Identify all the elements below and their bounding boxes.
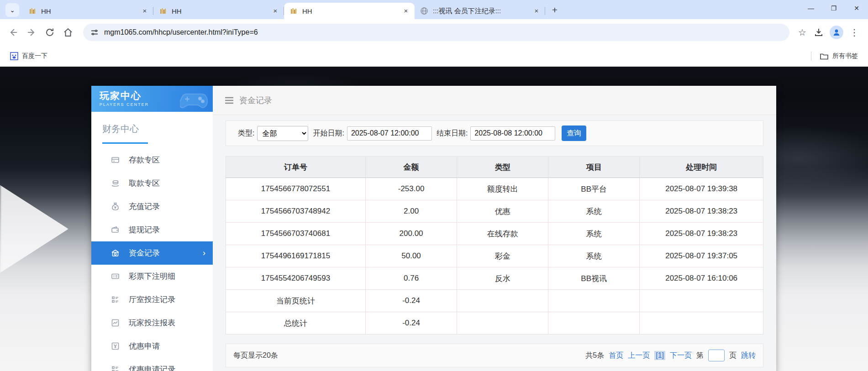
hamburger-icon[interactable] (225, 97, 234, 104)
gold-bars-favicon (159, 7, 167, 15)
sidebar-item-deposit-zone[interactable]: 存款专区 (91, 148, 213, 172)
tab-close-icon[interactable]: × (141, 7, 149, 15)
table-cell: -0.24 (366, 290, 457, 312)
start-date-label: 开始日期: (313, 129, 344, 138)
maximize-icon[interactable]: ❐ (822, 0, 845, 16)
sidebar-section-title: 财务中心 (91, 112, 213, 135)
close-window-icon[interactable]: ✕ (845, 0, 868, 16)
sidebar-item-player-bet-report[interactable]: 玩家投注报表 (91, 311, 213, 334)
sidebar-item-withdraw-zone[interactable]: 取款专区 (91, 172, 213, 195)
sidebar-item-label: 玩家投注报表 (129, 318, 175, 328)
tab-3-active[interactable]: HH × (284, 3, 415, 19)
table-cell: 2025-08-07 19:38:23 (640, 223, 763, 245)
tab-strip: ⌄ HH × HH × HH × :::视讯 会员下注 (0, 0, 868, 19)
gold-bars-favicon (289, 7, 298, 15)
menu-dots-icon[interactable]: ⋮ (846, 24, 863, 41)
tab-2[interactable]: HH × (153, 3, 284, 19)
deposit-card-icon (110, 156, 120, 165)
column-header: 订单号 (226, 157, 366, 178)
type-select[interactable]: 全部 (257, 126, 308, 141)
column-header: 类型 (457, 157, 548, 178)
tab-close-icon[interactable]: × (402, 7, 410, 15)
baidu-favicon (10, 52, 18, 60)
url-bar[interactable]: mgm1065.com/hhcp/usercenter.html?iniType… (83, 24, 789, 41)
section-divider (91, 142, 213, 144)
filter-bar: 类型: 全部 开始日期: 结束日期: 查询 (226, 120, 763, 146)
sidebar-item-label: 充值记录 (129, 201, 160, 212)
table-row: 17545667037489422.00优惠系统2025-08-07 19:38… (226, 200, 763, 223)
withdraw-hand-icon (110, 179, 120, 188)
first-page-link[interactable]: 首页 (609, 351, 623, 361)
pagination-controls: 共5条 首页 上一页 [1] 下一页 第 页 跳转 (585, 350, 756, 361)
sidebar-item-fund-records[interactable]: 资金记录 › (91, 241, 213, 265)
tab-4[interactable]: :::视讯 会员下注纪录::: × (415, 3, 545, 19)
content-header: 资金记录 (213, 86, 776, 115)
page-number-input[interactable] (708, 350, 725, 361)
start-date-input[interactable] (347, 126, 432, 141)
gold-bars-favicon (28, 7, 37, 15)
table-cell (457, 312, 548, 334)
page-title: 资金记录 (239, 95, 272, 106)
new-tab-button[interactable]: + (548, 3, 562, 17)
home-icon[interactable] (60, 25, 76, 40)
end-date-input[interactable] (470, 126, 555, 141)
sidebar-item-label: 优惠申请记录 (129, 364, 175, 371)
table-cell: 1754496169171815 (226, 245, 366, 267)
table-header-row: 订单号金额类型项目处理时间 (226, 157, 763, 178)
bookmark-baidu[interactable]: 百度一下 (6, 50, 51, 62)
report-chart-icon (110, 319, 120, 328)
table-cell: -253.00 (366, 178, 457, 200)
type-label: 类型: (238, 129, 254, 138)
sidebar-item-hall-bet-records[interactable]: 厅室投注记录 (91, 288, 213, 311)
table-cell: 1754566703748942 (226, 200, 366, 223)
table-row: 总统计-0.24 (226, 312, 763, 334)
jump-prefix: 第 (696, 351, 704, 361)
table-cell (640, 312, 763, 334)
url-text[interactable]: mgm1065.com/hhcp/usercenter.html?iniType… (104, 28, 258, 37)
forward-icon[interactable] (24, 25, 39, 40)
sidebar-item-withdrawal-records[interactable]: 提现记录 (91, 218, 213, 241)
back-icon[interactable] (5, 25, 21, 40)
tab-1[interactable]: HH × (23, 3, 153, 19)
sidebar-menu: 存款专区 取款专区 充值记录 (91, 148, 213, 371)
table-cell: -0.24 (366, 312, 457, 334)
bookmark-star-icon[interactable]: ☆ (794, 24, 810, 41)
table-cell: 1754554206749593 (226, 267, 366, 290)
bookmarks-divider (811, 52, 811, 61)
table-row: 当前页统计-0.24 (226, 290, 763, 312)
table-cell: 1754566778072551 (226, 178, 366, 200)
tab-search-button[interactable]: ⌄ (5, 3, 19, 17)
table-cell: 系统 (548, 245, 640, 267)
profile-avatar[interactable] (830, 26, 843, 39)
jump-link[interactable]: 跳转 (741, 351, 756, 361)
sidebar-item-promo-application-records[interactable]: 优惠申请记录 (91, 358, 213, 371)
table-cell: 0.76 (366, 267, 457, 290)
sidebar-item-promo-application[interactable]: 优惠申请 (91, 334, 213, 358)
download-icon[interactable] (810, 24, 827, 41)
site-info-icon[interactable] (90, 28, 99, 37)
tab-title: HH (172, 7, 271, 15)
sidebar-item-lottery-bet-details[interactable]: 彩票下注明细 (91, 265, 213, 288)
tab-close-icon[interactable]: × (271, 7, 279, 15)
all-bookmarks[interactable]: 所有书签 (816, 50, 862, 62)
list-icon (110, 365, 120, 371)
globe-favicon (420, 7, 428, 15)
table-row: 1754566778072551-253.00额度转出BB平台2025-08-0… (226, 178, 763, 200)
minimize-icon[interactable]: — (800, 0, 822, 16)
prev-page-link[interactable]: 上一页 (628, 351, 650, 361)
chevron-right-icon: › (203, 248, 205, 258)
reload-icon[interactable] (42, 25, 58, 40)
tab-title: HH (41, 7, 141, 15)
sidebar-item-recharge-records[interactable]: 充值记录 (91, 195, 213, 218)
table-cell: 系统 (548, 223, 640, 245)
next-page-link[interactable]: 下一页 (670, 351, 692, 361)
records-table: 订单号金额类型项目处理时间 1754566778072551-253.00额度转… (226, 156, 763, 334)
search-button[interactable]: 查询 (562, 125, 586, 141)
ticket-list-icon (110, 272, 120, 281)
table-cell: 额度转出 (457, 178, 548, 200)
table-cell: 200.00 (366, 223, 457, 245)
tab-close-icon[interactable]: × (532, 7, 541, 15)
window-controls: — ❐ ✕ (800, 0, 868, 16)
table-cell (548, 290, 640, 312)
table-cell: 彩金 (457, 245, 548, 267)
